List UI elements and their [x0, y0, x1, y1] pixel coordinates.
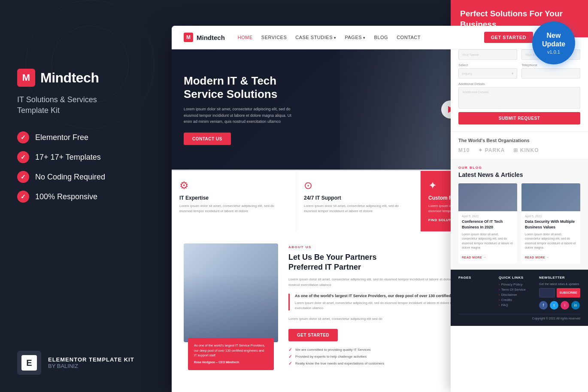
check-mark-3: ✓ — [288, 361, 292, 366]
blog-section-label: OUR BLOG — [458, 166, 580, 170]
check-icon-2 — [17, 151, 29, 163]
blog-card-2-excerpt: Lorem ipsum dolor sit amet, consectetur … — [525, 232, 577, 250]
trusted-title: The World's Best Organizations — [458, 138, 580, 143]
footer-link-disclaimer[interactable]: ›Disclaimer — [499, 293, 533, 297]
service-card-1: ⚙ IT Expertise Lorem ipsum dolor sit ame… — [172, 171, 296, 231]
about-quote-author: Rose Hodgson – CEO Mindtech — [194, 360, 268, 365]
form-details-textarea[interactable]: Additional Details — [458, 87, 580, 109]
support-icon: ⊙ — [304, 179, 412, 191]
badge-version: v1.0.1 — [547, 49, 560, 55]
it-expertise-icon: ⚙ — [179, 179, 288, 191]
service-title-2: 24/7 IT Support — [304, 195, 412, 201]
footer-pages-heading: Pages — [458, 276, 493, 280]
form-select-input[interactable]: Inquiry ▾ — [458, 68, 517, 79]
blog-card-1-read-more[interactable]: READ MORE → — [462, 256, 486, 259]
hero-description: Lorem ipsum dolor sit amet, consectetur … — [184, 106, 295, 125]
service-card-2: ⊙ 24/7 IT Support Lorem ipsum dolor sit … — [296, 171, 421, 231]
nav-cta-button[interactable]: GET STARTED — [484, 32, 533, 43]
features-list: Elementor Free 17+ 17+ Templates No Codi… — [17, 131, 155, 203]
footer-newsletter-heading: Newsletter — [539, 276, 580, 280]
trusted-logos: M10 ✦ PARKA ⊞ KINKO — [458, 147, 580, 153]
nav-case-studies[interactable]: CASE STUDIES — [295, 35, 336, 40]
blog-card-1-content: April 5, 2021 Conference Of IT Tech Busi… — [458, 211, 517, 263]
form-name-input[interactable]: Your Name — [458, 49, 517, 60]
trusted-section: The World's Best Organizations M10 ✦ PAR… — [451, 132, 588, 160]
new-update-text: NewUpdate — [542, 31, 565, 48]
site-footer: Pages Quick Links ›Privacy Policy ›Term … — [451, 270, 588, 326]
deco-circle-2 — [26, 0, 155, 129]
elementor-icon: E — [21, 355, 37, 371]
form-details-label: Additional Details — [458, 82, 580, 86]
footer-pages-col: Pages — [458, 276, 493, 310]
footer-quick-links-col: Quick Links ›Privacy Policy ›Term Of Ser… — [499, 276, 533, 310]
service-title-1: IT Expertise — [179, 195, 288, 201]
blog-cards: April 5, 2021 Conference Of IT Tech Busi… — [458, 183, 580, 263]
footer-link-faq[interactable]: ›FAQ — [499, 303, 533, 307]
footer-social-icons: f t i in — [539, 301, 580, 310]
about-quote-box: As one of the world's largest IT Service… — [188, 338, 274, 370]
footer-subscribe-button[interactable]: SUBSCRIBE — [557, 288, 580, 298]
feature-item-3: No Coding Required — [17, 171, 155, 183]
footer-link-credits[interactable]: ›Credits — [499, 298, 533, 302]
feature-text-4: 100% Responsive — [35, 192, 97, 201]
blog-section: OUR BLOG Latest News & Articles April 5,… — [451, 160, 588, 269]
blog-card-1-date: April 5, 2021 — [462, 215, 514, 218]
trusted-logo-2: ✦ PARKA — [478, 147, 505, 153]
nav-pages[interactable]: PAGES — [345, 35, 365, 40]
feature-text-2: 17+ 17+ Templates — [35, 153, 101, 162]
check-icon-3 — [17, 171, 29, 183]
trusted-logo-3: ⊞ KINKO — [513, 147, 539, 153]
new-update-badge: NewUpdate v1.0.1 — [532, 21, 575, 64]
elementor-by-label: BY BALINIZ — [48, 363, 134, 369]
blog-card-2: April 5, 2021 Data Security With Multipl… — [521, 183, 580, 263]
nav-links: HOME SERVICES CASE STUDIES PAGES BLOG CO… — [238, 35, 471, 40]
elementor-text-block: ELEMENTOR TEMPLATE KIT BY BALINIZ — [48, 356, 134, 369]
about-quote-text: As one of the world's largest IT Service… — [194, 343, 265, 357]
blog-card-1: April 5, 2021 Conference Of IT Tech Busi… — [458, 183, 517, 263]
elementor-badge: E ELEMENTOR TEMPLATE KIT BY BALINIZ — [17, 342, 155, 375]
trusted-logo-1: M10 — [458, 147, 470, 153]
elementor-kit-label: ELEMENTOR TEMPLATE KIT — [48, 356, 134, 363]
check-icon-1 — [17, 131, 29, 143]
footer-copyright: Copyright © 2021 All rights reserved — [458, 314, 580, 320]
site-nav: M Mindtech HOME SERVICES CASE STUDIES PA… — [172, 26, 545, 49]
nav-contact[interactable]: CONTACT — [397, 35, 421, 40]
footer-link-terms[interactable]: ›Term Of Service — [499, 288, 533, 292]
blog-card-2-title: Data Security With Multiple Business Val… — [525, 219, 577, 230]
left-panel: M Mindtech IT Solutions & ServicesTempla… — [0, 0, 172, 392]
blog-card-2-date: April 5, 2021 — [525, 215, 577, 218]
form-tel-input[interactable] — [521, 68, 580, 79]
blog-card-2-read-more[interactable]: READ MORE → — [525, 256, 549, 259]
blog-card-2-image — [521, 183, 580, 211]
nav-services[interactable]: SERVICES — [261, 35, 287, 40]
footer-newsletter-input[interactable] — [539, 288, 555, 298]
social-instagram-icon[interactable]: i — [561, 301, 569, 310]
feature-text-3: No Coding Required — [35, 173, 105, 182]
select-chevron-icon: ▾ — [512, 71, 514, 76]
about-team-image — [184, 243, 278, 342]
form-select-label: Select — [458, 63, 517, 67]
nav-home[interactable]: HOME — [238, 35, 253, 40]
about-image-column: As one of the world's largest IT Service… — [184, 243, 278, 366]
blog-section-title: Latest News & Articles — [458, 171, 580, 178]
check-mark-2: ✓ — [288, 354, 292, 359]
footer-link-privacy[interactable]: ›Privacy Policy — [499, 283, 533, 286]
feature-item-4: 100% Responsive — [17, 191, 155, 203]
social-linkedin-icon[interactable]: in — [571, 301, 580, 310]
nav-logo: M Mindtech — [184, 33, 225, 42]
form-submit-button[interactable]: SUBMIT REQUEST — [458, 112, 580, 125]
hero-content: Modern IT & TechService Solutions Lorem … — [184, 74, 295, 145]
social-facebook-icon[interactable]: f — [539, 301, 548, 310]
nav-brand-name: Mindtech — [197, 34, 225, 41]
service-desc-1: Lorem ipsum dolor sit amet, consectetur … — [179, 204, 288, 214]
feature-text-1: Elementor Free — [35, 133, 88, 142]
check-icon-4 — [17, 191, 29, 203]
nav-blog[interactable]: BLOG — [374, 35, 388, 40]
social-twitter-icon[interactable]: t — [550, 301, 558, 310]
hero-cta-button[interactable]: CONTACT US — [184, 132, 231, 145]
footer-columns: Pages Quick Links ›Privacy Policy ›Term … — [458, 276, 580, 310]
about-cta-button[interactable]: GET STARTED — [288, 329, 338, 341]
footer-newsletter-desc: Get the latest news & updates — [539, 283, 580, 286]
feature-item-2: 17+ 17+ Templates — [17, 151, 155, 163]
footer-newsletter-col: Newsletter Get the latest news & updates… — [539, 276, 580, 310]
